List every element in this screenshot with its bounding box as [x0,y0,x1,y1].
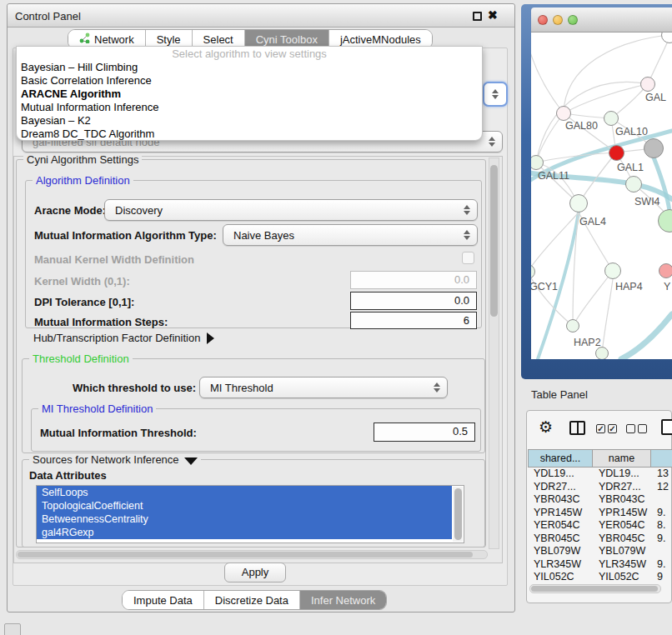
table-horizontal-scrollbar[interactable] [529,584,661,593]
popup-item-bayesian-k2[interactable]: Bayesian – K2 [17,114,482,128]
algorithm-combo-end[interactable] [483,82,508,107]
mi-algorithm-type-value: Naive Bayes [233,229,294,242]
table-row[interactable]: YDR27... YDR27... 12 [528,481,672,494]
network-icon [79,32,90,46]
cell: 8. [651,519,672,532]
network-node-bottom-partial[interactable] [595,347,609,359]
network-node-gray-hub[interactable] [644,138,664,158]
columns-icon[interactable] [569,421,585,435]
node-label-gal10: GAL10 [615,126,648,138]
gear-icon[interactable]: ⚙ [539,418,553,437]
close-icon[interactable]: ✖ [488,8,498,22]
tab-discretize-data[interactable]: Discretize Data [203,591,299,609]
aracne-mode-value: Discovery [115,204,163,217]
select-all-checkbox-icon[interactable]: ✓ [596,424,605,433]
list-item-topologicalcoefficient[interactable]: TopologicalCoefficient [37,499,452,512]
close-traffic-light[interactable] [538,15,548,25]
list-item-gal4rgexp[interactable]: gal4RGexp [37,526,452,539]
network-window-titlebar[interactable] [531,8,672,32]
apply-button[interactable]: Apply [224,562,286,582]
tab-impute-data[interactable]: Impute Data [123,591,203,609]
network-node-y-partial[interactable] [659,263,672,278]
network-canvas[interactable]: GAL80 GAL10 GAL1 GAL11 SWI4 GAL4 GCY1 HA… [531,32,672,359]
cell [651,493,672,507]
table-row[interactable]: YIL052C YIL052C 9 [528,571,672,584]
popup-item-dream8[interactable]: Dream8 DC_TDC Algorithm [17,128,482,141]
network-node-gal80[interactable] [556,106,571,121]
manual-kernel-width-checkbox[interactable] [462,252,474,264]
network-node-gal1[interactable] [609,145,624,161]
column-header-name[interactable]: name [593,449,651,468]
network-view-window: GAL80 GAL10 GAL1 GAL11 SWI4 GAL4 GCY1 HA… [521,4,672,379]
mi-threshold-input[interactable]: 0.5 [374,422,475,442]
list-item-selfloops[interactable]: SelfLoops [37,486,452,499]
network-node-hap2[interactable] [566,319,579,332]
network-node-gal-partial[interactable] [640,77,655,92]
table-row[interactable]: YER054C YER054C 8. [528,519,672,532]
mi-threshold-label: Mutual Information Threshold: [40,427,197,439]
popup-item-aracne[interactable]: ARACNE Algorithm [17,88,482,101]
node-table: shared... name YDL19... YDL19... 13 YDR2… [528,449,672,584]
deselect-all-checkbox-icon[interactable] [626,424,635,433]
cell: YBR043C [593,493,651,507]
table-row[interactable]: YPR145W YPR145W 9. [528,507,672,520]
algorithm-definition-title: Algorithm Definition [33,174,133,187]
network-node-swi4[interactable] [625,176,642,192]
popup-item-mutual-information[interactable]: Mutual Information Inference [17,101,482,114]
hub-definition-toggle[interactable]: Hub/Transcription Factor Definition [33,332,214,344]
cell: YPR145W [593,507,651,520]
algorithm-dropdown-popup: Select algorithm to view settings Bayesi… [16,46,483,141]
network-node-hap4[interactable] [604,262,621,279]
minimized-panel-icon[interactable] [4,623,21,635]
column-header-shared[interactable]: shared... [528,449,593,468]
dpi-tolerance-input[interactable]: 0.0 [350,292,477,310]
float-window-icon[interactable] [473,12,482,21]
mi-steps-input[interactable]: 6 [350,312,477,329]
cyni-bottom-tabbar: Impute Data Discretize Data Infer Networ… [122,590,387,610]
settings-horizontal-thumb[interactable] [18,552,473,558]
list-scrollbar-thumb[interactable] [454,488,462,540]
table-row[interactable]: YDL19... YDL19... 13 [528,468,672,481]
document-icon[interactable] [661,419,672,435]
network-node-gal4[interactable] [569,194,588,212]
kernel-width-input[interactable]: 0.0 [350,271,477,289]
mi-algorithm-type-combo[interactable]: Naive Bayes [223,224,478,246]
table-row[interactable]: YLR345W YLR345W 9. [528,558,672,572]
tab-infer-network[interactable]: Infer Network [299,591,386,609]
cell: YER054C [528,519,593,532]
node-label-gal11: GAL11 [538,170,569,182]
table-row[interactable]: YBR043C YBR043C [528,493,672,507]
cell: YDR27... [593,481,651,494]
settings-horizontal-scrollbar[interactable] [16,550,488,559]
list-scrollbar[interactable] [453,487,463,542]
algorithm-definition-group: Algorithm Definition Aracne Mode: Discov… [25,180,482,328]
control-panel-titlebar[interactable]: Control Panel ✖ [8,4,514,28]
network-node-gal10[interactable] [604,111,619,126]
cell: YPR145W [528,507,593,520]
control-panel-window: Control Panel ✖ Network Style Se [7,3,515,612]
tab-select-label: Select [203,33,233,46]
mi-threshold-title: MI Threshold Definition [38,402,156,415]
collapse-down-icon [184,458,198,465]
zoom-traffic-light[interactable] [568,15,578,25]
popup-item-basic-correlation[interactable]: Basic Correlation Inference [17,74,482,88]
table-panel-title: Table Panel [531,388,588,401]
table-horizontal-thumb[interactable] [531,586,658,592]
deselect-all-checkbox-icon-2[interactable] [638,424,647,433]
list-item-betweennesscentrality[interactable]: BetweennessCentrality [37,512,452,526]
data-attributes-list: SelfLoops TopologicalCoefficient Between… [36,485,464,543]
settings-vertical-scrollbar[interactable] [489,158,499,549]
settings-vertical-thumb[interactable] [490,165,498,317]
node-label-swi4: SWI4 [634,196,660,208]
desktop: Control Panel ✖ Network Style Se [0,0,672,635]
dpi-tolerance-label: DPI Tolerance [0,1]: [34,296,134,308]
table-row[interactable]: YBL079W YBL079W [528,545,672,558]
which-threshold-combo[interactable]: MI Threshold [199,377,448,398]
popup-item-bayesian-hill-climbing[interactable]: Bayesian – Hill Climbing [17,61,482,74]
column-header-partial[interactable] [651,449,672,468]
sources-title[interactable]: Sources for Network Inference [29,453,201,466]
table-row[interactable]: YBR045C YBR045C 9. [528,532,672,546]
minimize-traffic-light[interactable] [553,15,563,25]
aracne-mode-combo[interactable]: Discovery [104,199,478,221]
select-all-checkbox-icon-2[interactable]: ✓ [608,424,617,433]
